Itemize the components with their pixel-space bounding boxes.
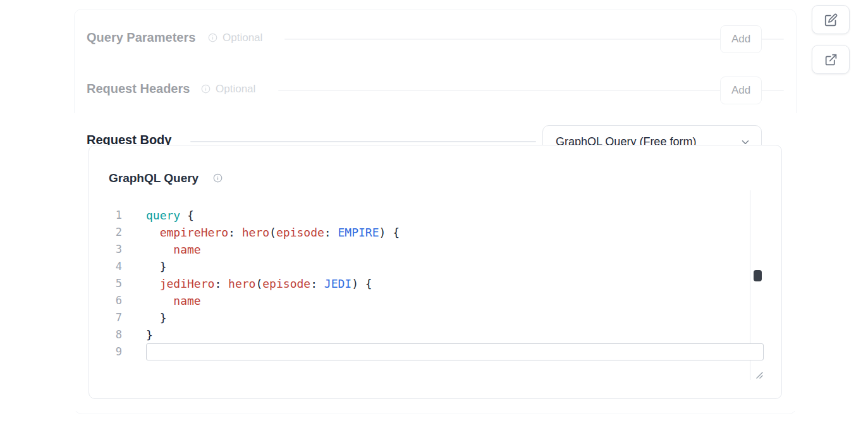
- line-number: 7: [94, 309, 122, 326]
- code-line-1[interactable]: query {: [146, 207, 764, 224]
- open-external-button[interactable]: [812, 45, 850, 74]
- code-token: ) {: [379, 226, 400, 239]
- code-token: name: [173, 243, 200, 256]
- code-line-8[interactable]: }: [146, 326, 764, 343]
- code-token: (: [255, 277, 262, 290]
- line-number: 9: [94, 343, 122, 360]
- code-token: query: [146, 209, 180, 222]
- code-token: hero: [228, 277, 255, 290]
- code-token: {: [180, 209, 194, 222]
- code-token: :: [228, 226, 242, 239]
- code-token: }: [146, 311, 167, 324]
- code-token: jediHero: [160, 277, 215, 290]
- code-token: JEDI: [324, 277, 351, 290]
- code-token: }: [146, 328, 153, 341]
- code-lines[interactable]: query { empireHero: hero(episode: EMPIRE…: [146, 207, 764, 360]
- info-icon: [213, 173, 223, 183]
- graphql-query-label: GraphQL Query: [109, 171, 199, 185]
- code-line-6[interactable]: name: [146, 292, 764, 309]
- external-link-icon: [824, 53, 838, 66]
- line-number: 2: [94, 224, 122, 241]
- resize-handle[interactable]: [754, 370, 764, 380]
- graphql-editor-card: GraphQL Query 123456789 query { empireHe…: [89, 145, 782, 399]
- code-line-7[interactable]: }: [146, 309, 764, 326]
- line-number: 3: [94, 241, 122, 258]
- code-line-9[interactable]: [146, 343, 764, 360]
- edit-button[interactable]: [812, 5, 850, 34]
- code-token: [146, 226, 160, 239]
- code-token: [146, 243, 173, 256]
- line-numbers: 123456789: [94, 207, 122, 360]
- code-token: [146, 294, 173, 307]
- line-number: 5: [94, 275, 122, 292]
- code-token: (: [269, 226, 276, 239]
- code-token: ) {: [351, 277, 372, 290]
- line-number: 6: [94, 292, 122, 309]
- code-line-3[interactable]: name: [146, 241, 764, 258]
- code-token: episode: [276, 226, 324, 239]
- code-line-5[interactable]: jediHero: hero(episode: JEDI) {: [146, 275, 764, 292]
- code-token: :: [324, 226, 338, 239]
- code-token: hero: [242, 226, 269, 239]
- code-token: [146, 277, 160, 290]
- code-token: :: [214, 277, 228, 290]
- code-token: episode: [262, 277, 310, 290]
- code-line-2[interactable]: empireHero: hero(episode: EMPIRE) {: [146, 224, 764, 241]
- request-body-section: Request Body GraphQL Query (Free form) G…: [74, 113, 797, 411]
- code-token: empireHero: [160, 226, 228, 239]
- divider: [190, 141, 536, 142]
- code-token: EMPIRE: [338, 226, 379, 239]
- code-token: :: [310, 277, 324, 290]
- line-number: 1: [94, 207, 122, 224]
- line-number: 8: [94, 326, 122, 343]
- pencil-square-icon: [824, 13, 838, 27]
- code-token: }: [146, 260, 167, 273]
- code-line-4[interactable]: }: [146, 258, 764, 275]
- line-number: 4: [94, 258, 122, 275]
- code-token: name: [173, 294, 200, 307]
